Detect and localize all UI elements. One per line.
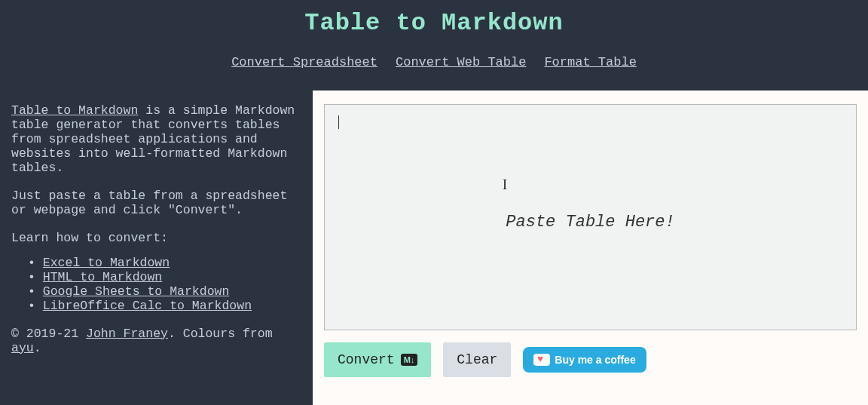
list-item: LibreOffice Calc to Markdown — [28, 299, 301, 314]
paste-placeholder: Paste Table Here! — [506, 213, 674, 232]
colours-prefix: . Colours from — [168, 327, 273, 341]
learn-list: Excel to Markdown HTML to Markdown Googl… — [28, 256, 301, 314]
convert-label: Convert — [338, 352, 395, 367]
instructions-paragraph: Just paste a table from a spreadsheet or… — [11, 189, 301, 218]
link-libre[interactable]: LibreOffice Calc to Markdown — [43, 299, 252, 313]
main-panel: I Paste Table Here! Convert M↓ Clear Buy… — [313, 91, 868, 405]
colours-link[interactable]: ayu — [11, 341, 34, 355]
kofi-label: Buy me a coffee — [555, 354, 635, 366]
intro-paragraph: Table to Markdown is a simple Markdown t… — [11, 104, 301, 176]
main-nav: Convert Spreadsheet Convert Web Table Fo… — [0, 55, 868, 69]
intro-title-link[interactable]: Table to Markdown — [11, 103, 138, 118]
link-excel[interactable]: Excel to Markdown — [43, 256, 170, 270]
paste-input[interactable]: I Paste Table Here! — [324, 104, 857, 330]
kofi-heart-icon — [533, 354, 550, 366]
list-item: Excel to Markdown — [28, 256, 301, 271]
footer-period: . — [34, 341, 41, 355]
page-title: Table to Markdown — [0, 9, 868, 37]
text-caret — [338, 115, 339, 129]
learn-label: Learn how to convert: — [11, 232, 301, 246]
author-link[interactable]: John Franey — [86, 327, 168, 341]
nav-format-table[interactable]: Format Table — [544, 55, 636, 69]
sidebar: Table to Markdown is a simple Markdown t… — [0, 91, 313, 405]
clear-button[interactable]: Clear — [443, 342, 511, 377]
kofi-button[interactable]: Buy me a coffee — [523, 347, 646, 373]
button-row: Convert M↓ Clear Buy me a coffee — [324, 342, 857, 377]
link-html[interactable]: HTML to Markdown — [43, 270, 162, 284]
convert-button[interactable]: Convert M↓ — [324, 342, 431, 377]
list-item: Google Sheets to Markdown — [28, 285, 301, 299]
i-beam-cursor-icon: I — [503, 177, 507, 193]
list-item: HTML to Markdown — [28, 271, 301, 285]
nav-convert-web-table[interactable]: Convert Web Table — [396, 55, 526, 69]
nav-convert-spreadsheet[interactable]: Convert Spreadsheet — [231, 55, 377, 69]
copyright-text: © 2019-21 — [11, 327, 86, 341]
footer-line: © 2019-21 John Franey. Colours from ayu. — [11, 327, 301, 356]
markdown-badge-icon: M↓ — [401, 354, 418, 366]
link-gsheets[interactable]: Google Sheets to Markdown — [43, 284, 230, 299]
